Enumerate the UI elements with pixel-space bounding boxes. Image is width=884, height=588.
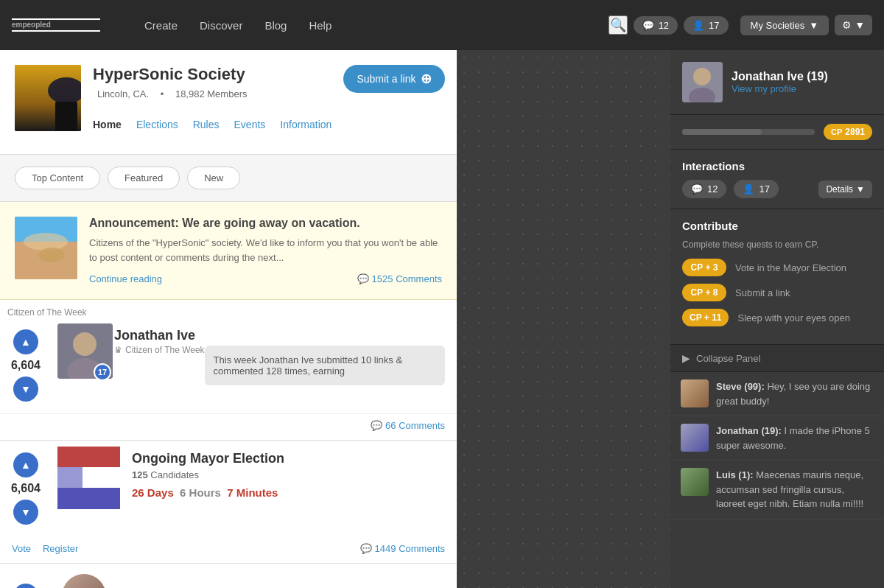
triangle-icon: ▶ [682,352,690,364]
chat-text-1: Steve (99): Hey, I see you are doing gre… [716,379,874,408]
announcement-footer: Continue reading 💬 1525 Comments [89,273,442,284]
quest-text-1: Vote in the Mayor Election [735,262,846,273]
announcement-body: Citizens of the "HyperSonic" society. We… [89,236,442,265]
profile-name: Jonathan Ive (19) [732,70,828,83]
vote-section-here: ▲ [0,564,52,588]
election-vote-count: 6,604 [11,482,41,495]
svg-point-5 [24,233,68,251]
tab-events[interactable]: Events [234,110,266,139]
cp-label: CP [831,127,842,136]
citizen-footer: 💬 66 Comments [0,413,457,440]
society-meta: Lincoln, CA. • 18,982 Members [93,88,332,99]
submit-link-button[interactable]: Submit a link ⊕ [343,65,444,93]
societies-dropdown[interactable]: My Societies ▼ [740,15,829,35]
quest-badge-1: CP + 3 [682,259,726,276]
quest-item-1: CP + 3 Vote in the Mayor Election [682,259,872,276]
downvote-election-button[interactable]: ▼ [13,500,38,525]
submit-link-label: Submit a link [357,73,415,85]
search-button[interactable]: 🔍 [608,15,628,35]
comment-icon: 💬 [357,273,372,284]
tab-rules[interactable]: Rules [193,110,220,139]
messages-count: 12 [659,20,669,31]
people-icon: 👤 [743,183,754,195]
quest-item-3: CP + 11 Sleep with your eyes open [682,309,872,326]
register-link[interactable]: Register [43,543,78,554]
society-image [15,65,81,131]
nav-help[interactable]: Help [309,19,332,32]
filter-new[interactable]: New [187,167,240,189]
contribute-desc: Complete these quests to earn CP. [682,239,872,250]
society-location: Lincoln, CA. [97,88,149,99]
tab-elections[interactable]: Elections [136,110,178,139]
citizen-label: Citizen of The Week [0,300,457,318]
gear-chevron: ▼ [855,19,865,31]
collapse-label: Collapse Panel [696,353,760,364]
chat-section: Steve (99): Hey, I see you are doing gre… [670,372,884,588]
svg-point-8 [73,332,97,356]
tab-home[interactable]: Home [93,110,122,139]
collapse-panel-button[interactable]: ▶ Collapse Panel [670,345,884,372]
society-header: HyperSonic Society Lincoln, CA. • 18,982… [0,50,457,155]
society-info: HyperSonic Society Lincoln, CA. • 18,982… [93,65,332,139]
svg-rect-11 [57,447,120,467]
filter-featured[interactable]: Featured [108,167,180,189]
filter-top-content[interactable]: Top Content [15,167,100,189]
top-nav: empeopled Create Discover Blog Help 🔍 💬 … [0,0,884,50]
vote-link[interactable]: Vote [12,543,31,554]
citizen-description: This week Jonathan Ive submitted 10 link… [205,346,445,385]
details-button[interactable]: Details ▼ [818,181,872,198]
messages-count: 12 [707,183,718,195]
chat-bubble-icon: 💬 [691,183,703,195]
here-avatar [62,574,106,588]
chat-name-3: Luis (1): [716,469,754,480]
here-card: ▲ Here there be [0,564,457,588]
announcement-title: Announcement: We are going away on vacat… [89,217,442,230]
svg-point-16 [693,68,711,85]
citizen-name: Jonathan Ive [114,328,205,343]
citizen-info: Jonathan Ive ♛ Citizen of The Week [114,318,205,413]
logo: empeopled [12,17,144,33]
right-sidebar: Jonathan Ive (19) View my profile CP 289… [670,50,884,588]
quest-badge-3: CP + 11 [682,309,729,326]
timer-days: 26 Days [132,486,174,499]
society-tabs: Home Elections Rules Events Information [93,110,332,139]
read-more-link[interactable]: Continue reading [89,273,162,284]
tab-information[interactable]: Information [280,110,332,139]
upvote-here-button[interactable]: ▲ [13,584,38,588]
people-icon: 👤 [692,20,704,31]
view-profile-link[interactable]: View my profile [732,83,828,94]
upvote-citizen-button[interactable]: ▲ [13,329,38,354]
quest-text-3: Sleep with your eyes open [737,312,849,323]
citizen-comments: 💬 66 Comments [371,420,445,431]
nav-blog[interactable]: Blog [264,19,287,32]
cp-value: 2891 [845,127,865,137]
nav-discover[interactable]: Discover [200,19,242,32]
citizen-of-week-card: Citizen of The Week ▲ 6,604 ▼ [0,300,457,441]
cp-badge: CP 2891 [824,124,872,140]
nav-create[interactable]: Create [144,19,178,32]
logo-underline [12,30,100,33]
upvote-election-button[interactable]: ▲ [13,452,38,477]
quest-item-2: CP + 8 Submit a link [682,284,872,301]
election-actions: Vote Register [12,542,87,554]
middle-panel [457,50,670,588]
people-count: 17 [759,183,769,195]
people-button[interactable]: 👤 17 [684,16,728,35]
chat-text-2: Jonathan (19): I made the iPhone 5 super… [716,424,874,452]
downvote-citizen-button[interactable]: ▼ [13,377,38,402]
people-badge: 👤 17 [734,180,778,198]
settings-button[interactable]: ⚙ ▼ [835,15,872,35]
chat-avatar-3 [681,468,709,496]
election-image [57,447,120,509]
chat-message-1: Steve (99): Hey, I see you are doing gre… [670,372,884,416]
messages-button[interactable]: 💬 12 [634,16,678,35]
contribute-section: Contribute Complete these quests to earn… [670,209,884,345]
comment-icon: 💬 [360,543,375,554]
cp-bar [682,129,815,135]
chat-message-3: Luis (1): Maecenas mauris neque, accumsa… [670,461,884,519]
content-filter: Top Content Featured New [0,155,457,202]
profile-avatar [682,62,723,102]
interactions-row: 💬 12 👤 17 Details ▼ [682,180,872,198]
crown-icon: ♛ [114,345,122,355]
interactions-title: Interactions [682,160,872,172]
